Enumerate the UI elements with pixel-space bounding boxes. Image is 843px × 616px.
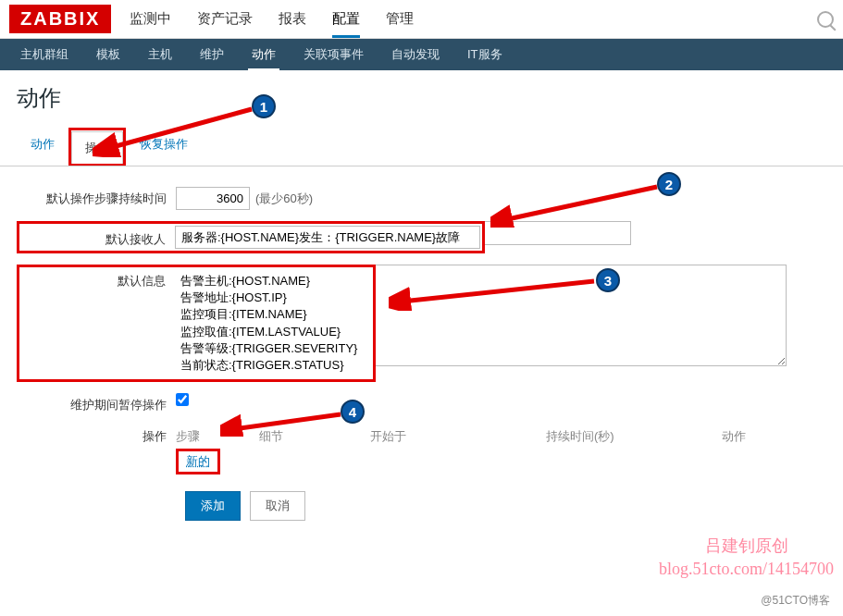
topmenu-administration[interactable]: 管理 [386,10,414,28]
tab-bar: 动作 操作 恢复操作 [0,128,843,166]
label-operations: 操作 [17,425,176,445]
tab-recovery[interactable]: 恢复操作 [126,128,202,166]
label-duration: 默认操作步骤持续时间 [17,187,176,207]
page-title: 动作 [0,70,843,122]
subject-input-ext[interactable] [485,221,631,245]
watermark-line2: blog.51cto.com/14154700 [659,558,834,581]
subnav-hostgroups[interactable]: 主机群组 [17,39,72,70]
cancel-button[interactable]: 取消 [250,491,305,521]
topmenu-configuration[interactable]: 配置 [332,10,360,38]
label-pause: 维护期间暂停操作 [17,393,176,413]
tab-action[interactable]: 动作 [17,128,68,166]
watermark: 吕建钊原创 blog.51cto.com/14154700 [659,535,834,581]
sub-nav: 主机群组 模板 主机 维护 动作 关联项事件 自动发现 IT服务 [0,39,843,70]
annotation-badge-2: 2 [657,172,681,196]
search-icon[interactable] [817,11,834,28]
ops-col-details: 细节 [259,428,370,445]
duration-hint: (最少60秒) [255,191,313,207]
ops-table: 步骤 细节 开始于 持续时间(秒) 动作 新的 [176,425,796,474]
topmenu-reports[interactable]: 报表 [279,10,306,28]
annotation-badge-1: 1 [252,94,276,118]
ops-header-row: 步骤 细节 开始于 持续时间(秒) 动作 [176,425,796,449]
topmenu-inventory[interactable]: 资产记录 [197,10,253,28]
message-textarea[interactable] [376,265,787,366]
annotation-box-tab: 操作 [68,128,126,166]
annotation-box-new: 新的 [176,449,220,474]
pause-checkbox[interactable] [176,393,189,406]
ops-col-start: 开始于 [370,428,546,445]
ops-col-duration: 持续时间(秒) [546,428,722,445]
label-message: 默认信息 [21,269,175,377]
subnav-itservices[interactable]: IT服务 [464,39,506,70]
subnav-hosts[interactable]: 主机 [144,39,176,70]
subject-input[interactable] [175,226,480,249]
button-row: 添加 取消 [185,491,826,521]
annotation-box-message: 默认信息 [17,265,376,382]
top-menu: 监测中 资产记录 报表 配置 管理 [130,10,414,28]
top-nav: ZABBIX 监测中 资产记录 报表 配置 管理 [0,0,843,39]
label-subject: 默认接收人 [21,228,175,248]
annotation-badge-4: 4 [341,400,365,424]
app-logo: ZABBIX [9,5,111,33]
subnav-discovery[interactable]: 自动发现 [388,39,443,70]
new-operation-link[interactable]: 新的 [182,453,214,469]
ops-col-step: 步骤 [176,428,259,445]
subnav-templates[interactable]: 模板 [93,39,124,70]
subnav-maintenance[interactable]: 维护 [196,39,228,70]
add-button[interactable]: 添加 [185,491,241,521]
tab-operations[interactable]: 操作 [71,131,123,164]
annotation-box-subject: 默认接收人 [17,221,485,253]
subnav-correlation[interactable]: 关联项事件 [300,39,367,70]
ops-col-action: 动作 [722,428,796,445]
annotation-badge-3: 3 [596,268,620,292]
subnav-actions[interactable]: 动作 [248,39,279,71]
ops-new-row: 新的 [176,449,796,474]
form-area: 默认操作步骤持续时间 (最少60秒) 默认接收人 默认信息 维护期间暂停操作 操… [0,166,843,537]
credit-text: @51CTO博客 [761,593,830,609]
topmenu-monitoring[interactable]: 监测中 [130,10,171,28]
watermark-line1: 吕建钊原创 [659,535,834,558]
message-textarea-inner[interactable] [175,269,371,377]
duration-input[interactable] [176,187,250,210]
